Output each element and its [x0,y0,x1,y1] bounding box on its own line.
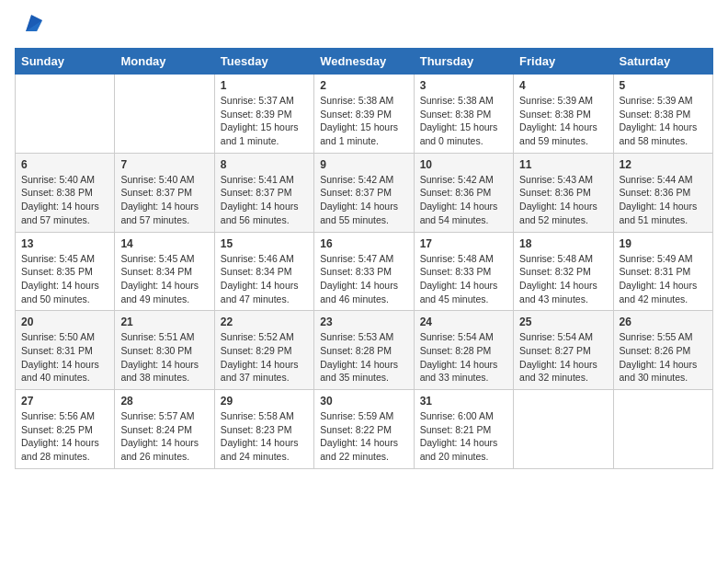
calendar-cell: 18Sunrise: 5:48 AMSunset: 8:32 PMDayligh… [514,232,613,311]
day-number: 24 [420,316,507,328]
day-number: 15 [221,237,308,250]
calendar-cell: 27Sunrise: 5:56 AMSunset: 8:25 PMDayligh… [16,390,115,469]
day-info: Sunrise: 5:48 AMSunset: 8:32 PMDaylight:… [519,252,607,306]
day-info: Sunrise: 5:38 AMSunset: 8:38 PMDaylight:… [420,94,507,148]
day-info: Sunrise: 5:45 AMSunset: 8:35 PMDaylight:… [21,252,108,306]
day-number: 11 [519,158,607,171]
weekday-header-saturday: Saturday [613,49,712,75]
calendar-header-row: SundayMondayTuesdayWednesdayThursdayFrid… [16,49,713,75]
day-info: Sunrise: 5:47 AMSunset: 8:33 PMDaylight:… [320,252,407,306]
day-number: 28 [120,395,208,408]
day-info: Sunrise: 5:40 AMSunset: 8:37 PMDaylight:… [120,173,208,227]
calendar-week-row: 6Sunrise: 5:40 AMSunset: 8:38 PMDaylight… [16,153,713,232]
day-number: 14 [120,237,208,250]
calendar-cell: 12Sunrise: 5:44 AMSunset: 8:36 PMDayligh… [613,153,712,232]
day-number: 3 [420,79,507,92]
calendar-table: SundayMondayTuesdayWednesdayThursdayFrid… [15,48,713,469]
day-number: 13 [21,237,108,250]
calendar-week-row: 1Sunrise: 5:37 AMSunset: 8:39 PMDaylight… [16,75,713,154]
day-number: 9 [320,158,407,171]
calendar-cell: 10Sunrise: 5:42 AMSunset: 8:36 PMDayligh… [414,153,513,232]
day-number: 8 [221,158,308,171]
page-header [15,15,713,37]
day-info: Sunrise: 5:43 AMSunset: 8:36 PMDaylight:… [519,173,607,227]
calendar-cell: 15Sunrise: 5:46 AMSunset: 8:34 PMDayligh… [214,232,313,311]
day-number: 20 [21,316,108,328]
day-number: 22 [221,316,308,328]
day-info: Sunrise: 5:49 AMSunset: 8:31 PMDaylight:… [620,252,707,306]
calendar-cell [16,75,115,154]
day-number: 16 [320,237,407,250]
day-number: 26 [620,316,707,328]
day-number: 4 [519,79,607,92]
day-info: Sunrise: 5:53 AMSunset: 8:28 PMDaylight:… [320,330,407,385]
calendar-cell: 22Sunrise: 5:52 AMSunset: 8:29 PMDayligh… [214,311,313,390]
calendar-cell: 20Sunrise: 5:50 AMSunset: 8:31 PMDayligh… [16,311,115,390]
calendar-cell: 16Sunrise: 5:47 AMSunset: 8:33 PMDayligh… [314,232,414,311]
calendar-cell [613,390,712,469]
day-info: Sunrise: 5:37 AMSunset: 8:39 PMDaylight:… [221,94,308,148]
day-number: 21 [120,316,208,328]
day-info: Sunrise: 5:59 AMSunset: 8:22 PMDaylight:… [320,409,407,464]
day-info: Sunrise: 5:57 AMSunset: 8:24 PMDaylight:… [120,409,208,464]
calendar-week-row: 27Sunrise: 5:56 AMSunset: 8:25 PMDayligh… [16,390,713,469]
day-number: 7 [120,158,208,171]
calendar-cell: 4Sunrise: 5:39 AMSunset: 8:38 PMDaylight… [514,75,613,154]
day-info: Sunrise: 5:54 AMSunset: 8:28 PMDaylight:… [420,330,507,385]
day-number: 18 [519,237,607,250]
day-number: 31 [420,395,507,408]
day-number: 5 [620,79,707,92]
day-number: 1 [221,79,308,92]
day-info: Sunrise: 5:42 AMSunset: 8:36 PMDaylight:… [420,173,507,227]
day-info: Sunrise: 5:44 AMSunset: 8:36 PMDaylight:… [620,173,707,227]
calendar-cell: 3Sunrise: 5:38 AMSunset: 8:38 PMDaylight… [414,75,513,154]
calendar-cell: 6Sunrise: 5:40 AMSunset: 8:38 PMDaylight… [16,153,115,232]
calendar-cell [115,75,214,154]
weekday-header-wednesday: Wednesday [314,49,414,75]
day-info: Sunrise: 5:58 AMSunset: 8:23 PMDaylight:… [221,409,308,464]
day-info: Sunrise: 5:50 AMSunset: 8:31 PMDaylight:… [21,330,108,385]
weekday-header-tuesday: Tuesday [214,49,313,75]
day-number: 27 [21,395,108,408]
day-info: Sunrise: 5:45 AMSunset: 8:34 PMDaylight:… [120,252,208,306]
day-info: Sunrise: 6:00 AMSunset: 8:21 PMDaylight:… [420,409,507,464]
calendar-cell: 2Sunrise: 5:38 AMSunset: 8:39 PMDaylight… [314,75,414,154]
calendar-cell: 17Sunrise: 5:48 AMSunset: 8:33 PMDayligh… [414,232,513,311]
logo [15,15,44,37]
day-info: Sunrise: 5:39 AMSunset: 8:38 PMDaylight:… [620,94,707,148]
calendar-cell: 29Sunrise: 5:58 AMSunset: 8:23 PMDayligh… [214,390,313,469]
day-info: Sunrise: 5:52 AMSunset: 8:29 PMDaylight:… [221,330,308,385]
day-info: Sunrise: 5:55 AMSunset: 8:26 PMDaylight:… [620,330,707,385]
calendar-cell: 1Sunrise: 5:37 AMSunset: 8:39 PMDaylight… [214,75,313,154]
day-info: Sunrise: 5:42 AMSunset: 8:37 PMDaylight:… [320,173,407,227]
calendar-cell: 7Sunrise: 5:40 AMSunset: 8:37 PMDaylight… [115,153,214,232]
day-number: 25 [519,316,607,328]
day-info: Sunrise: 5:51 AMSunset: 8:30 PMDaylight:… [120,330,208,385]
calendar-cell: 23Sunrise: 5:53 AMSunset: 8:28 PMDayligh… [314,311,414,390]
day-info: Sunrise: 5:40 AMSunset: 8:38 PMDaylight:… [21,173,108,227]
calendar-cell: 5Sunrise: 5:39 AMSunset: 8:38 PMDaylight… [613,75,712,154]
calendar-week-row: 13Sunrise: 5:45 AMSunset: 8:35 PMDayligh… [16,232,713,311]
calendar-cell: 30Sunrise: 5:59 AMSunset: 8:22 PMDayligh… [314,390,414,469]
day-info: Sunrise: 5:56 AMSunset: 8:25 PMDaylight:… [21,409,108,464]
day-number: 29 [221,395,308,408]
calendar-cell: 11Sunrise: 5:43 AMSunset: 8:36 PMDayligh… [514,153,613,232]
calendar-cell: 8Sunrise: 5:41 AMSunset: 8:37 PMDaylight… [214,153,313,232]
calendar-cell: 25Sunrise: 5:54 AMSunset: 8:27 PMDayligh… [514,311,613,390]
calendar-cell: 24Sunrise: 5:54 AMSunset: 8:28 PMDayligh… [414,311,513,390]
weekday-header-monday: Monday [115,49,214,75]
day-number: 2 [320,79,407,92]
calendar-cell: 26Sunrise: 5:55 AMSunset: 8:26 PMDayligh… [613,311,712,390]
calendar-cell [514,390,613,469]
day-number: 19 [620,237,707,250]
day-number: 30 [320,395,407,408]
day-info: Sunrise: 5:54 AMSunset: 8:27 PMDaylight:… [519,330,607,385]
calendar-cell: 28Sunrise: 5:57 AMSunset: 8:24 PMDayligh… [115,390,214,469]
day-number: 23 [320,316,407,328]
day-number: 10 [420,158,507,171]
weekday-header-sunday: Sunday [16,49,115,75]
calendar-cell: 14Sunrise: 5:45 AMSunset: 8:34 PMDayligh… [115,232,214,311]
day-info: Sunrise: 5:48 AMSunset: 8:33 PMDaylight:… [420,252,507,306]
day-info: Sunrise: 5:39 AMSunset: 8:38 PMDaylight:… [519,94,607,148]
weekday-header-friday: Friday [514,49,613,75]
